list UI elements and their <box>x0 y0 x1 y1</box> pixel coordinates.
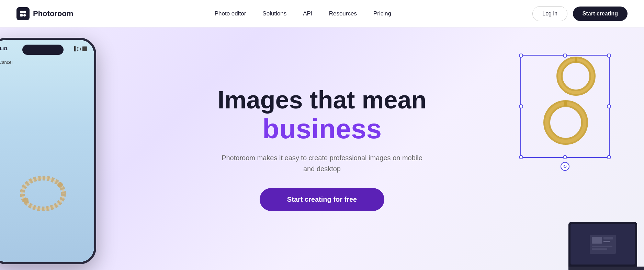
laptop-ui-preview <box>589 234 617 255</box>
laptop-screen-content <box>570 224 635 265</box>
handle-bottom-right <box>607 155 611 159</box>
phone-status-bar: 9:41 ▐ ))) ⬛ <box>0 46 87 51</box>
hero-title: Images that mean business <box>216 86 429 144</box>
laptop-base <box>568 267 644 270</box>
hero-cta-button[interactable]: Start creating for free <box>260 188 384 211</box>
nav-solutions[interactable]: Solutions <box>262 10 286 17</box>
nav-photo-editor[interactable]: Photo editor <box>215 10 246 17</box>
hero-content: Images that mean business Photoroom make… <box>216 86 429 211</box>
handle-bottom-mid <box>563 155 567 159</box>
svg-rect-10 <box>575 57 577 62</box>
svg-rect-0 <box>20 11 23 13</box>
svg-rect-18 <box>592 246 612 247</box>
rotate-handle: ↻ <box>561 162 569 171</box>
handle-bottom-left <box>519 155 523 159</box>
laptop-screen <box>568 222 637 267</box>
navbar: Photoroom Photo editor Solutions API Res… <box>0 0 644 27</box>
svg-point-9 <box>560 60 592 93</box>
svg-point-3 <box>23 14 26 16</box>
phone-jewelry <box>0 159 87 228</box>
earrings-illustration <box>521 56 603 152</box>
phone-cancel-label: Cancel <box>0 60 12 65</box>
hero-subtitle: Photoroom makes it easy to create profes… <box>216 152 429 174</box>
logo-text: Photoroom <box>33 9 73 18</box>
hero-title-line1: Images that mean <box>217 86 426 114</box>
hero-right-decoration: ↻ <box>507 48 617 178</box>
svg-rect-15 <box>592 237 602 244</box>
phone-time: 9:41 <box>0 46 8 51</box>
selection-box: ↻ <box>520 55 610 158</box>
svg-rect-19 <box>592 248 607 250</box>
phone-screen <box>0 40 94 262</box>
nav-links: Photo editor Solutions API Resources Pri… <box>215 10 391 17</box>
jewelry-illustration <box>12 166 74 221</box>
logo-area: Photoroom <box>16 7 73 20</box>
svg-rect-17 <box>603 241 610 242</box>
svg-rect-16 <box>603 237 613 239</box>
phone-status-icons: ▐ ))) ⬛ <box>73 46 87 51</box>
nav-actions: Log in Start creating <box>532 6 628 21</box>
svg-point-6 <box>57 182 63 188</box>
svg-point-7 <box>23 198 29 203</box>
svg-rect-2 <box>20 14 23 16</box>
nav-resources[interactable]: Resources <box>329 10 357 17</box>
svg-point-5 <box>22 178 64 209</box>
handle-top-right <box>607 54 611 58</box>
start-creating-button[interactable]: Start creating <box>573 7 628 21</box>
svg-rect-1 <box>23 11 26 13</box>
handle-mid-right <box>607 104 611 108</box>
hero-title-accent: business <box>262 114 382 144</box>
hero-section: 9:41 ▐ ))) ⬛ Cancel Images that mean bus… <box>0 27 644 270</box>
nav-pricing[interactable]: Pricing <box>373 10 391 17</box>
nav-api[interactable]: API <box>303 10 312 17</box>
logo-icon <box>16 7 30 20</box>
login-button[interactable]: Log in <box>532 6 567 21</box>
svg-rect-13 <box>564 101 567 106</box>
laptop-decoration <box>568 222 644 270</box>
phone-mockup: 9:41 ▐ ))) ⬛ Cancel <box>0 38 96 264</box>
svg-point-12 <box>547 104 585 141</box>
